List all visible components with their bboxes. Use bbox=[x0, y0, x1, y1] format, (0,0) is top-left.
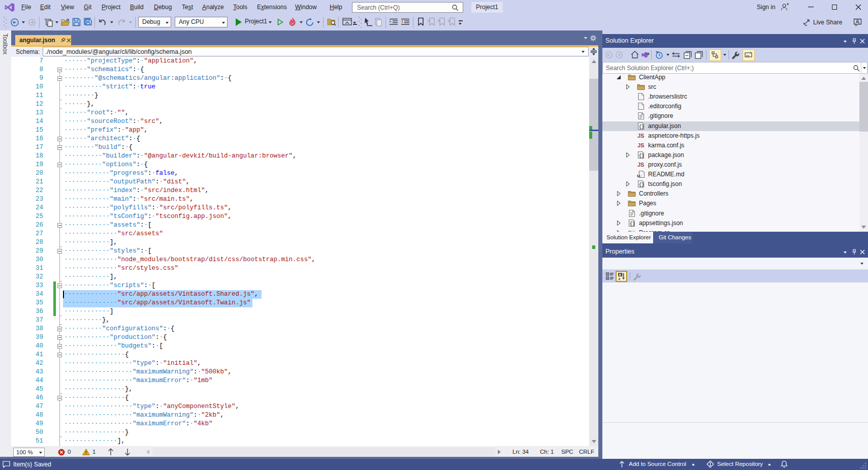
svg-text:z: z bbox=[619, 276, 621, 280]
svg-text:{}: {} bbox=[639, 153, 644, 159]
svg-text:M↓: M↓ bbox=[637, 174, 642, 178]
svg-text:{}: {} bbox=[639, 182, 644, 187]
svg-text:{}: {} bbox=[639, 124, 644, 130]
svg-text:{}: {} bbox=[630, 222, 635, 227]
svg-text:A: A bbox=[619, 273, 621, 276]
